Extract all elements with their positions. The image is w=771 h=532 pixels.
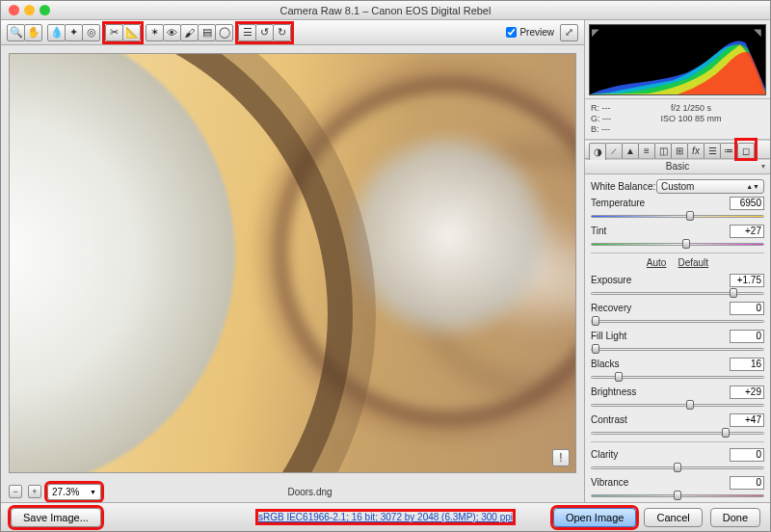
preview-label: Preview <box>519 27 554 38</box>
basic-panel: White Balance: Custom▲▼ Temperature Tint <box>585 174 770 502</box>
straighten-tool[interactable]: 📐 <box>122 24 141 41</box>
blacks-slider[interactable] <box>591 372 764 382</box>
tint-slider[interactable] <box>591 239 764 249</box>
recovery-input[interactable] <box>730 302 764 315</box>
vibrance-slider[interactable] <box>591 491 764 500</box>
clarity-label: Clarity <box>591 449 649 460</box>
white-balance-label: White Balance: <box>591 181 656 192</box>
zoom-out-button[interactable]: − <box>9 485 22 498</box>
close-window-button[interactable] <box>9 5 19 15</box>
filllight-input[interactable] <box>730 330 764 343</box>
tab-split-toning[interactable]: ◫ <box>654 143 672 158</box>
panel-menu-icon[interactable]: ▾ <box>761 159 765 174</box>
tab-effects[interactable]: fx <box>687 143 705 158</box>
brightness-slider[interactable] <box>591 400 764 410</box>
tab-detail[interactable]: ▲ <box>622 143 639 158</box>
zoom-tool[interactable]: 🔍 <box>7 24 25 41</box>
clarity-input[interactable] <box>730 448 764 462</box>
default-button[interactable]: Default <box>678 257 708 268</box>
zoom-level-select[interactable]: 27.3% ▼ <box>47 484 101 500</box>
info-readout: R: --- G: --- B: --- f/2 1/250 s ISO 100… <box>585 99 770 140</box>
tab-calibration[interactable]: ☰ <box>704 143 721 158</box>
preferences-button[interactable]: ☰ <box>238 24 256 41</box>
auto-button[interactable]: Auto <box>647 257 667 268</box>
preview-checkbox[interactable]: Preview <box>506 27 554 38</box>
vibrance-label: Vibrance <box>591 477 649 488</box>
tint-input[interactable] <box>730 225 764 238</box>
blacks-input[interactable] <box>730 358 764 371</box>
graduated-filter-tool[interactable]: ▤ <box>198 24 216 41</box>
blacks-label: Blacks <box>591 359 649 369</box>
clarity-slider[interactable] <box>591 463 764 472</box>
recovery-label: Recovery <box>591 303 649 313</box>
contrast-slider[interactable] <box>591 428 764 438</box>
temperature-slider[interactable] <box>591 211 764 221</box>
rotate-cw-button[interactable]: ↻ <box>273 24 291 41</box>
panel-tabs: ◑ ⟋ ▲ ≡ ◫ ⊞ fx ☰ ≔ ◻ <box>585 140 770 159</box>
contrast-input[interactable] <box>730 413 764 427</box>
workflow-options-link[interactable]: sRGB IEC61966-2.1; 16 bit; 3072 by 2048 … <box>258 512 513 522</box>
color-sampler-tool[interactable]: ✦ <box>65 24 83 41</box>
radial-filter-tool[interactable]: ◯ <box>215 24 233 41</box>
tab-basic[interactable]: ◑ <box>589 143 606 160</box>
exposure-input[interactable] <box>730 274 764 287</box>
zoom-in-button[interactable]: + <box>28 485 41 498</box>
filename-label: Doors.dng <box>107 487 513 497</box>
histogram[interactable]: ◤ ◥ <box>589 24 766 95</box>
exposure-label: Exposure <box>591 275 649 285</box>
toolbar: 🔍 ✋ 💧 ✦ ◎ ✂ 📐 ✶ 👁 🖌 ▤ ◯ ☰ <box>1 20 584 45</box>
contrast-label: Contrast <box>591 414 649 425</box>
brightness-label: Brightness <box>591 386 649 397</box>
temperature-input[interactable] <box>730 197 764 210</box>
red-eye-tool[interactable]: 👁 <box>163 24 181 41</box>
tab-presets[interactable]: ≔ <box>720 143 737 158</box>
crop-tool[interactable]: ✂ <box>105 24 123 41</box>
tab-hsl[interactable]: ≡ <box>638 143 655 158</box>
targeted-adjust-tool[interactable]: ◎ <box>82 24 100 41</box>
brightness-input[interactable] <box>730 386 764 399</box>
rotate-ccw-button[interactable]: ↺ <box>255 24 274 41</box>
preview-image <box>10 54 575 472</box>
exposure-slider[interactable] <box>591 288 764 298</box>
filllight-label: Fill Light <box>591 331 649 341</box>
white-balance-tool[interactable]: 💧 <box>47 24 66 41</box>
filllight-slider[interactable] <box>591 344 764 354</box>
window-title: Camera Raw 8.1 – Canon EOS Digital Rebel <box>1 5 770 16</box>
tab-lens[interactable]: ⊞ <box>671 143 688 158</box>
panel-header[interactable]: Basic ▾ <box>585 159 770 174</box>
white-balance-select[interactable]: Custom▲▼ <box>656 179 764 194</box>
chevron-down-icon: ▼ <box>90 489 96 495</box>
vibrance-input[interactable] <box>730 476 764 490</box>
tab-tone-curve[interactable]: ⟋ <box>605 143 623 158</box>
recovery-slider[interactable] <box>591 316 764 326</box>
tint-label: Tint <box>591 226 649 236</box>
image-preview[interactable]: ! <box>9 53 576 473</box>
minimize-window-button[interactable] <box>24 5 35 15</box>
zoom-value: 27.3% <box>52 487 79 497</box>
preview-checkbox-input[interactable] <box>506 27 517 38</box>
tab-snapshots[interactable]: ◻ <box>737 143 755 158</box>
highlight-warning-icon[interactable]: ! <box>552 449 570 466</box>
fullscreen-toggle[interactable]: ⤢ <box>560 24 578 41</box>
spot-removal-tool[interactable]: ✶ <box>146 24 164 41</box>
hand-tool[interactable]: ✋ <box>24 24 42 41</box>
adjustment-brush-tool[interactable]: 🖌 <box>180 24 199 41</box>
zoom-window-button[interactable] <box>40 5 50 15</box>
temperature-label: Temperature <box>591 198 649 208</box>
